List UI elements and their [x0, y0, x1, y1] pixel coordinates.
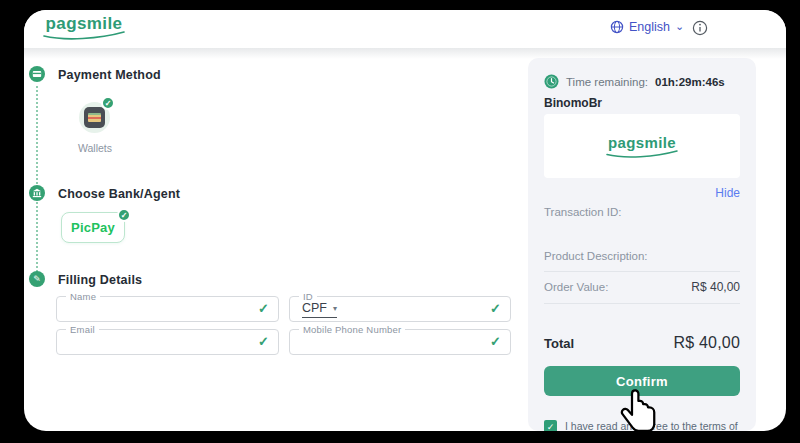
id-type-value: CPF [302, 301, 327, 315]
terms-checkbox[interactable]: ✓ [544, 420, 557, 431]
time-remaining-value: 01h:29m:46s [655, 76, 725, 88]
merchant-name: BinomoBr [544, 96, 602, 110]
merchant-logo-box: pagsmile [544, 114, 740, 178]
time-remaining-row: Time remaining: 01h:29m:46s [544, 74, 740, 89]
name-valid-check-icon: ✓ [258, 301, 269, 316]
divider [544, 271, 740, 272]
id-valid-check-icon: ✓ [490, 301, 501, 316]
wallets-selected-check-icon: ✓ [101, 96, 115, 110]
name-field: Name ✓ [56, 296, 279, 322]
email-valid-check-icon: ✓ [258, 334, 269, 349]
order-value-row: Order Value: R$ 40,00 [544, 280, 740, 294]
language-selector[interactable]: English ⌄ [610, 20, 684, 34]
info-icon [692, 20, 708, 36]
terms-row: ✓ I have read and agree to the terms of … [544, 420, 740, 431]
picpay-selected-check-icon: ✓ [117, 208, 131, 222]
step-title-payment-method: Payment Method [58, 68, 161, 82]
globe-icon [610, 20, 624, 34]
terms-text: I have read and agree to the terms of us… [565, 420, 740, 431]
phone-field: Mobile Phone Number ✓ [289, 329, 511, 355]
order-summary-panel: Time remaining: 01h:29m:46s BinomoBr pag… [528, 58, 756, 431]
time-remaining-label: Time remaining: [566, 76, 648, 88]
step-title-filling-details: Filling Details [58, 273, 142, 287]
card-icon [32, 69, 42, 79]
checkout-card: pagsmile English ⌄ [24, 10, 786, 431]
merchant-logo: pagsmile [604, 134, 680, 158]
merchant-logo-swoosh-icon [604, 150, 680, 158]
step-badge-filling-details: ✎ [29, 271, 45, 287]
payment-option-label: Wallets [64, 142, 126, 154]
clock-icon [544, 74, 559, 89]
bank-option-picpay[interactable]: PicPay [61, 212, 125, 243]
divider [544, 303, 740, 304]
phone-valid-check-icon: ✓ [490, 334, 501, 349]
header: pagsmile English ⌄ [24, 10, 786, 48]
info-button[interactable] [692, 20, 708, 40]
bank-icon [32, 188, 42, 198]
language-label: English [629, 20, 670, 34]
order-value-label: Order Value: [544, 281, 608, 293]
pagsmile-logo: pagsmile [41, 15, 127, 40]
wallet-icon [84, 107, 105, 128]
step-connector-line [36, 86, 38, 272]
total-row: Total R$ 40,00 [544, 334, 740, 352]
logo-swoosh-icon [41, 31, 127, 40]
step-badge-payment-method [29, 66, 45, 82]
id-field: ID CPF ▾ ✓ [289, 296, 511, 322]
header-divider [24, 48, 786, 59]
order-value: R$ 40,00 [691, 280, 740, 294]
select-arrow-icon: ▾ [333, 304, 337, 313]
pencil-icon: ✎ [33, 274, 41, 284]
step-title-choose-bank: Choose Bank/Agent [58, 187, 180, 201]
confirm-button[interactable]: Confirm [544, 366, 740, 396]
product-description-label: Product Description: [544, 250, 648, 262]
name-input[interactable] [67, 299, 222, 319]
id-type-select[interactable]: CPF ▾ [302, 301, 337, 318]
total-value: R$ 40,00 [673, 334, 740, 352]
picpay-logo: PicPay [71, 220, 115, 235]
total-label: Total [544, 336, 574, 351]
transaction-id-label: Transaction ID: [544, 206, 622, 218]
chevron-down-icon: ⌄ [675, 20, 684, 33]
email-input[interactable] [67, 332, 222, 352]
step-badge-choose-bank [29, 185, 45, 201]
hide-link[interactable]: Hide [715, 186, 740, 200]
email-field: Email ✓ [56, 329, 279, 355]
phone-input[interactable] [300, 332, 454, 352]
